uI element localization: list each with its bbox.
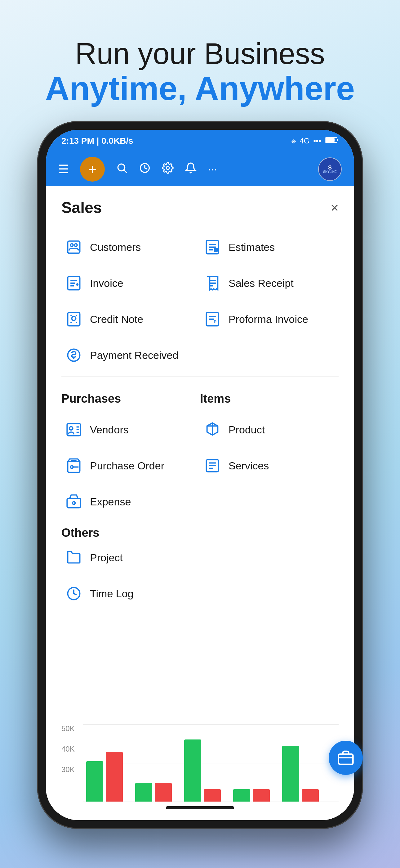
product-icon <box>203 420 222 439</box>
chart-label-50k: 50K <box>61 724 75 733</box>
header-line1: Run your Business <box>31 37 369 70</box>
bar-red-3 <box>204 789 221 802</box>
items-section-title: Items <box>200 392 339 405</box>
more-icon[interactable]: ··· <box>208 163 217 176</box>
bar-group-5 <box>282 746 319 802</box>
project-label: Project <box>90 552 123 564</box>
header-anywhere: Anywhere <box>195 69 355 107</box>
menu-panel: Sales × Customers <box>46 186 354 715</box>
bar-red-2 <box>155 783 172 802</box>
menu-item-purchase-order[interactable]: Purchase Order <box>61 448 200 484</box>
settings-icon[interactable] <box>162 162 174 177</box>
timelog-label: Time Log <box>90 588 133 600</box>
gridline-bottom <box>83 802 339 802</box>
svg-rect-2 <box>326 138 335 142</box>
services-label: Services <box>229 460 269 472</box>
add-button[interactable]: + <box>80 157 105 182</box>
customers-icon <box>65 238 83 256</box>
payment-icon <box>65 346 83 365</box>
purchases-items-grid: Vendors Product <box>61 412 339 484</box>
header-line2: Anytime, Anywhere <box>31 70 369 107</box>
menu-item-invoice[interactable]: Invoice <box>61 265 200 301</box>
purchases-section-title: Purchases <box>61 392 200 405</box>
svg-point-29 <box>68 349 80 361</box>
vendors-icon <box>65 420 83 439</box>
proforma-invoice-icon: P <box>203 310 222 329</box>
clock-icon[interactable] <box>139 162 151 177</box>
menu-item-project[interactable]: Project <box>61 539 339 576</box>
bluetooth-icon: ⎈ <box>292 136 296 145</box>
sales-menu-grid: Customers E Est <box>61 229 339 337</box>
bar-group-3 <box>184 740 221 802</box>
project-icon <box>65 548 83 567</box>
bar-green-2 <box>135 783 152 802</box>
svg-point-6 <box>166 166 169 169</box>
app-toolbar: ☰ + <box>46 152 354 186</box>
header-anytime: Anytime, <box>45 69 187 107</box>
menu-item-timelog[interactable]: Time Log <box>61 576 339 612</box>
divider-2 <box>61 523 339 523</box>
bar-group-4 <box>233 789 270 802</box>
menu-item-estimates[interactable]: E Estimates <box>200 229 339 265</box>
bar-green-5 <box>282 746 299 802</box>
bar-group-1 <box>86 752 123 802</box>
menu-close-button[interactable]: × <box>331 201 339 215</box>
menu-item-expense[interactable]: Expense <box>61 484 339 520</box>
svg-rect-23 <box>68 312 80 326</box>
bar-red-5 <box>302 789 319 802</box>
status-bar: 2:13 PM | 0.0KB/s ⎈ 4G ▪▪▪ <box>46 130 354 152</box>
expense-icon <box>65 492 83 511</box>
estimates-label: Estimates <box>229 241 275 253</box>
svg-point-8 <box>70 244 73 247</box>
chart-label-30k: 30K <box>61 765 75 774</box>
status-icons: ⎈ 4G ▪▪▪ <box>292 136 339 146</box>
proforma-invoice-label: Proforma Invoice <box>229 313 308 326</box>
bar-green-4 <box>233 789 250 802</box>
product-label: Product <box>229 424 265 436</box>
avatar[interactable]: S SKYLINE <box>318 157 342 181</box>
others-section-title: Others <box>61 526 99 539</box>
fab-button[interactable] <box>329 741 363 775</box>
svg-point-24 <box>72 316 76 320</box>
menu-item-payment-received[interactable]: Payment Received <box>61 337 339 373</box>
menu-item-services[interactable]: Services <box>200 448 339 484</box>
briefcase-icon <box>337 749 355 767</box>
svg-point-43 <box>72 502 75 504</box>
menu-item-credit-note[interactable]: Credit Note <box>61 301 200 337</box>
bar-green-1 <box>86 761 103 802</box>
timelog-icon <box>65 584 83 603</box>
section-headers: Purchases Items <box>61 380 339 412</box>
scroll-indicator <box>166 806 234 815</box>
credit-note-icon <box>65 310 83 329</box>
menu-item-product[interactable]: Product <box>200 412 339 448</box>
services-icon <box>203 456 222 475</box>
sales-receipt-icon <box>203 274 222 292</box>
menu-item-sales-receipt[interactable]: Sales Receipt <box>200 265 339 301</box>
svg-rect-7 <box>68 241 80 253</box>
search-icon[interactable] <box>116 162 128 177</box>
svg-text:E: E <box>215 248 217 252</box>
phone-mockup: 2:13 PM | 0.0KB/s ⎈ 4G ▪▪▪ ☰ <box>37 121 363 829</box>
signal-4g-icon: 4G <box>300 136 309 145</box>
chart-label-40k: 40K <box>61 745 75 753</box>
svg-point-38 <box>70 466 73 468</box>
chart-bars <box>83 724 339 802</box>
battery-icon <box>325 136 339 146</box>
menu-header: Sales × <box>61 199 339 217</box>
sales-receipt-label: Sales Receipt <box>229 277 294 289</box>
bar-red-4 <box>253 789 270 802</box>
menu-item-proforma-invoice[interactable]: P Proforma Invoice <box>200 301 339 337</box>
status-time: 2:13 PM | 0.0KB/s <box>61 136 133 146</box>
hamburger-menu[interactable]: ☰ <box>58 162 69 176</box>
menu-title: Sales <box>61 199 102 217</box>
bell-icon[interactable] <box>185 162 197 177</box>
chart-labels: 50K 40K 30K <box>61 724 75 774</box>
customers-label: Customers <box>90 241 141 253</box>
svg-point-31 <box>69 427 73 430</box>
expense-label: Expense <box>90 496 131 508</box>
purchase-order-label: Purchase Order <box>90 460 164 472</box>
svg-rect-45 <box>339 754 353 764</box>
toolbar-icons: ··· <box>116 162 307 177</box>
menu-item-vendors[interactable]: Vendors <box>61 412 200 448</box>
menu-item-customers[interactable]: Customers <box>61 229 200 265</box>
